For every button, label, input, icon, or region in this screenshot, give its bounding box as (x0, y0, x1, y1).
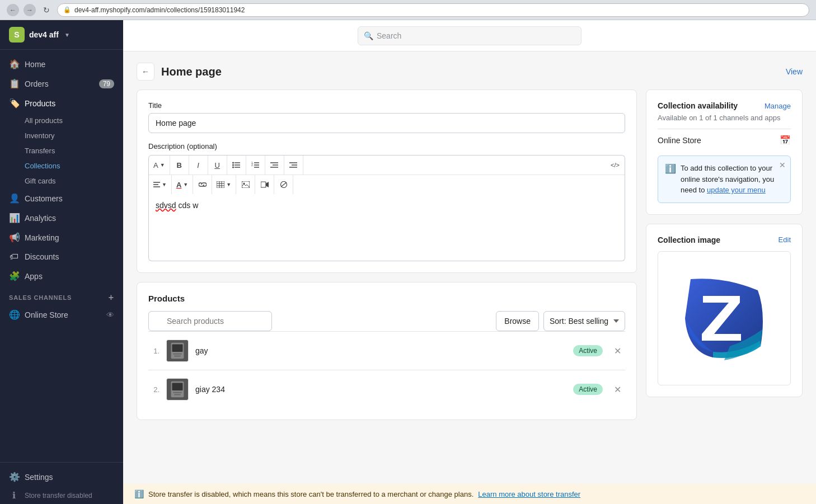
image-icon (242, 181, 250, 188)
product-item: 2. giay (148, 370, 625, 408)
main-content: 🔍 Search ← Home page View Title (123, 20, 816, 504)
lock-icon: 🔒 (63, 6, 71, 13)
underline-btn[interactable]: U (208, 156, 227, 175)
store-chevron-icon[interactable]: ▼ (64, 32, 70, 38)
text-color-btn[interactable]: A ▼ (172, 175, 193, 194)
image-btn[interactable] (236, 175, 255, 194)
clear-format-btn[interactable] (274, 175, 293, 194)
indent-btn[interactable] (284, 156, 303, 175)
sidebar-item-label: Marketing (25, 233, 59, 242)
orders-badge: 79 (99, 79, 114, 88)
view-link[interactable]: View (786, 67, 803, 76)
outdent-btn[interactable] (265, 156, 284, 175)
forward-browser-btn[interactable]: → (24, 4, 36, 16)
align-icon (153, 182, 160, 187)
product-search-input[interactable] (148, 311, 272, 331)
product-image-placeholder (167, 340, 188, 362)
sidebar-item-discounts[interactable]: 🏷 Discounts (0, 247, 123, 266)
page-content: ← Home page View Title Description (opti… (123, 51, 816, 484)
orders-icon: 📋 (9, 78, 19, 89)
sidebar-item-customers[interactable]: 👤 Customers (0, 189, 123, 208)
sidebar-item-label: Analytics (25, 214, 56, 223)
store-transfer-label: Store transfer disabled (25, 492, 92, 500)
calendar-icon[interactable]: 📅 (780, 135, 791, 145)
collection-availability-title: Collection availability (658, 101, 738, 110)
manage-link[interactable]: Manage (765, 102, 791, 110)
sidebar: S dev4 aff ▼ 🏠 Home 📋 Orders 79 🏷️ Produ… (0, 20, 123, 504)
bold-btn[interactable]: B (170, 156, 189, 175)
products-section-title: Products (148, 294, 625, 303)
sidebar-item-products[interactable]: 🏷️ Products (0, 93, 123, 113)
unordered-list-btn[interactable] (227, 156, 246, 175)
sidebar-item-orders[interactable]: 📋 Orders 79 (0, 74, 123, 93)
link-btn[interactable] (193, 175, 212, 194)
sidebar-item-all-products[interactable]: All products (0, 113, 123, 128)
search-bar[interactable]: 🔍 Search (358, 26, 581, 45)
url-text: dev4-aff.myshopify.com/admin/collections… (74, 6, 245, 14)
sidebar-item-transfers[interactable]: Transfers (0, 143, 123, 158)
remove-product-btn[interactable]: ✕ (609, 343, 625, 359)
products-list: 1. gay (148, 331, 625, 408)
italic-btn[interactable]: I (189, 156, 208, 175)
video-btn[interactable] (255, 175, 274, 194)
sidebar-item-collections[interactable]: Collections (0, 158, 123, 173)
product-status-badge: Active (573, 384, 603, 395)
product-search-wrap: 🔍 (148, 311, 491, 331)
eye-icon[interactable]: 👁 (106, 310, 114, 319)
collection-info-box: ℹ️ To add this collection to your online… (658, 156, 791, 203)
font-size-btn[interactable]: A ▼ (149, 156, 170, 175)
product-thumbnail (166, 340, 189, 362)
back-button[interactable]: ← (137, 63, 154, 81)
sidebar-item-inventory[interactable]: Inventory (0, 128, 123, 143)
online-store-icon: 🌐 (9, 309, 19, 320)
shopify-logo: S (9, 27, 25, 43)
title-input[interactable] (148, 113, 625, 133)
editor-body[interactable]: sdvsd cds w (148, 194, 625, 261)
top-bar: 🔍 Search (123, 20, 816, 51)
edit-image-link[interactable]: Edit (779, 235, 791, 244)
learn-more-link[interactable]: Learn more about store transfer (478, 490, 580, 498)
collection-availability-header: Collection availability Manage (658, 101, 791, 110)
sidebar-item-apps[interactable]: 🧩 Apps (0, 266, 123, 286)
refresh-btn[interactable]: ↻ (40, 4, 53, 16)
svg-rect-27 (261, 182, 266, 187)
update-menu-link[interactable]: update your menu (707, 186, 766, 194)
sidebar-item-marketing[interactable]: 📢 Marketing (0, 228, 123, 247)
remove-product-btn[interactable]: ✕ (609, 381, 625, 397)
info-close-btn[interactable]: ✕ (779, 161, 786, 169)
browse-button[interactable]: Browse (496, 311, 539, 331)
url-bar[interactable]: 🔒 dev4-aff.myshopify.com/admin/collectio… (57, 3, 809, 17)
sort-select[interactable]: Sort: Best selling (543, 311, 625, 331)
info-circle-icon: ℹ️ (665, 163, 676, 174)
outdent-icon (270, 162, 278, 168)
side-column: Collection availability Manage Available… (646, 90, 803, 397)
sidebar-item-settings[interactable]: ⚙️ Settings (0, 467, 123, 487)
sidebar-item-home[interactable]: 🏠 Home (0, 54, 123, 74)
align-btn[interactable]: ▼ (149, 175, 172, 194)
sidebar-item-store-transfer: ℹ Store transfer disabled (0, 487, 123, 504)
back-browser-btn[interactable]: ← (7, 4, 19, 16)
sidebar-item-gift-cards[interactable]: Gift cards (0, 173, 123, 189)
sidebar-item-online-store[interactable]: 🌐 Online Store 👁 (0, 305, 123, 324)
code-btn[interactable]: </> (606, 156, 625, 175)
description-field-label: Description (optional) (148, 142, 625, 150)
products-card: Products 🔍 Browse Sort: Best selling (137, 282, 637, 420)
title-field-label: Title (148, 101, 625, 110)
svg-point-4 (232, 164, 234, 166)
products-icon: 🏷️ (9, 98, 19, 109)
sidebar-bottom: ⚙️ Settings ℹ Store transfer disabled (0, 462, 123, 504)
collection-image-card: Collection image Edit (646, 224, 803, 397)
settings-icon: ⚙️ (9, 472, 19, 482)
main-column: Title Description (optional) A ▼ (137, 90, 637, 420)
sidebar-item-analytics[interactable]: 📊 Analytics (0, 208, 123, 228)
editor-content: sdvsd cds w (156, 201, 198, 210)
add-sales-channel-btn[interactable]: + (109, 293, 114, 303)
notice-icon: ℹ️ (134, 489, 144, 498)
availability-description: Available on 1 of 1 channels and apps (658, 114, 791, 122)
ordered-list-btn[interactable]: 1.2. (246, 156, 265, 175)
title-description-card: Title Description (optional) A ▼ (137, 90, 637, 273)
table-btn[interactable]: ▼ (212, 175, 236, 194)
ol-icon: 1.2. (251, 162, 259, 168)
clear-icon (280, 181, 288, 188)
product-image-placeholder (167, 378, 188, 401)
